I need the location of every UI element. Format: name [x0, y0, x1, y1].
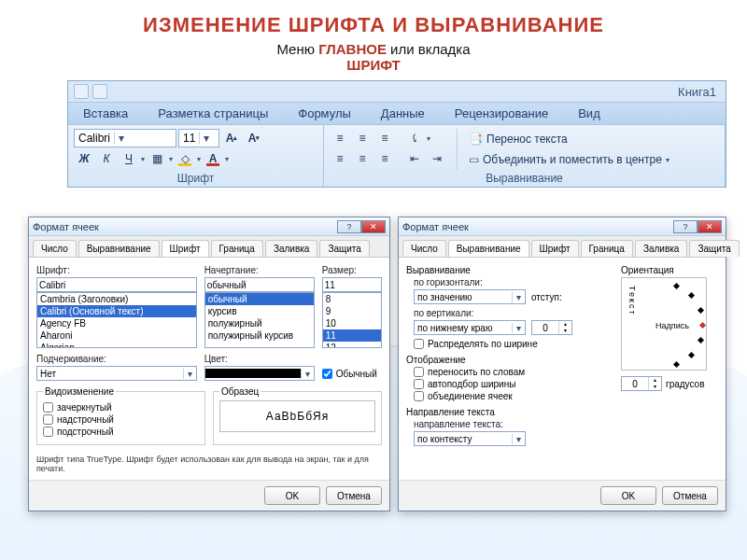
qat-dropdown[interactable] — [92, 84, 107, 99]
ribbon-tabs: Вставка Разметка страницы Формулы Данные… — [68, 102, 726, 125]
list-item[interactable]: 11 — [323, 329, 381, 342]
style-list[interactable]: обычный курсив полужирный полужирный кур… — [204, 292, 315, 348]
font-color-icon[interactable]: A — [203, 149, 223, 168]
group-font-caption: Шрифт — [74, 170, 317, 185]
list-item[interactable]: Cambria (Заголовки) — [37, 293, 196, 305]
wrap-text-button[interactable]: 📑Перенос текста — [463, 129, 675, 149]
help-icon[interactable]: ? — [673, 220, 698, 233]
shrink-fit-checkbox[interactable]: автоподбор ширины — [414, 379, 613, 389]
orientation-dial[interactable]: Текст Надпись — [621, 277, 707, 371]
underline-icon[interactable]: Ч — [119, 149, 139, 168]
indent-spin[interactable]: ▴▾ — [531, 320, 572, 335]
font-size-combo[interactable]: 11▾ — [178, 129, 219, 147]
tab-fill[interactable]: Заливка — [635, 240, 688, 257]
orientation-horizontal-text: Надпись — [655, 321, 689, 330]
horiz-combo[interactable]: по значению▾ — [414, 289, 526, 304]
decrease-indent-icon[interactable]: ⇤ — [404, 149, 425, 168]
tab-font[interactable]: Шрифт — [531, 240, 579, 257]
list-item[interactable]: полужирный — [205, 317, 314, 329]
vert-label: по вертикали: — [414, 308, 526, 318]
tab-border[interactable]: Граница — [581, 240, 633, 257]
align-top-icon[interactable]: ≡ — [330, 129, 350, 147]
list-item[interactable]: Agency FB — [37, 317, 196, 329]
cancel-button[interactable]: Отмена — [326, 486, 382, 505]
tab-alignment[interactable]: Выравнивание — [448, 240, 529, 257]
align-bottom-icon[interactable]: ≡ — [374, 129, 395, 147]
size-list[interactable]: 8 9 10 11 12 14 — [322, 292, 382, 348]
strikethrough-checkbox[interactable]: зачеркнутый — [43, 402, 199, 413]
ok-button[interactable]: OK — [264, 486, 320, 505]
textdir-combo[interactable]: по контексту▾ — [414, 431, 526, 446]
font-list[interactable]: Cambria (Заголовки) Calibri (Основной те… — [36, 292, 197, 348]
normal-font-checkbox[interactable]: Обычный — [322, 369, 377, 379]
list-item[interactable]: полужирный курсив — [205, 329, 314, 342]
effects-legend: Видоизменение — [43, 386, 116, 397]
wrap-words-checkbox[interactable]: переносить по словам — [414, 367, 613, 377]
tab-fill[interactable]: Заливка — [265, 240, 318, 257]
list-item[interactable]: 9 — [323, 305, 381, 317]
degrees-label: градусов — [666, 379, 704, 389]
list-item[interactable]: Algerian — [37, 342, 196, 348]
tab-data[interactable]: Данные — [366, 103, 440, 124]
tab-view[interactable]: Вид — [563, 103, 615, 124]
orientation-icon[interactable]: ⤹ — [404, 129, 425, 147]
font-name-combo[interactable]: Calibri▾ — [74, 129, 176, 147]
qat-icon[interactable] — [74, 84, 89, 99]
truetype-note: Шрифт типа TrueType. Шрифт будет использ… — [36, 455, 382, 473]
ribbon: Книга1 Вставка Разметка страницы Формулы… — [67, 80, 726, 188]
bold-icon[interactable]: Ж — [74, 149, 94, 168]
shrink-font-icon[interactable]: A▾ — [244, 129, 264, 147]
group-align-caption: Выравнивание — [330, 170, 719, 185]
size-label: Размер: — [322, 265, 382, 275]
tab-review[interactable]: Рецензирование — [440, 103, 563, 124]
list-item[interactable]: курсив — [205, 305, 314, 317]
align-center-icon[interactable]: ≡ — [352, 149, 373, 168]
list-item[interactable]: 8 — [323, 293, 381, 305]
underline-combo[interactable]: Нет▾ — [36, 366, 197, 381]
close-icon[interactable]: ✕ — [698, 220, 722, 233]
fill-color-icon[interactable]: ◇ — [175, 149, 195, 168]
close-icon[interactable]: ✕ — [361, 220, 386, 233]
size-input[interactable] — [322, 277, 382, 292]
border-icon[interactable]: ▦ — [147, 149, 167, 168]
superscript-checkbox[interactable]: надстрочный — [43, 414, 199, 425]
slide-subtitle: Меню ГЛАВНОЕ или вкладка ШРИФТ — [0, 41, 747, 73]
font-input[interactable] — [36, 277, 197, 292]
sample-preview: АаВbБбЯя — [219, 400, 375, 432]
dialog-tabs: Число Выравнивание Шрифт Граница Заливка… — [29, 236, 389, 258]
ok-button[interactable]: OK — [600, 486, 656, 505]
increase-indent-icon[interactable]: ⇥ — [427, 149, 447, 168]
color-combo[interactable]: ▾ — [204, 366, 315, 381]
list-item[interactable]: Aharoni — [37, 329, 196, 342]
vert-combo[interactable]: по нижнему краю▾ — [414, 320, 526, 335]
list-item[interactable]: обычный — [205, 293, 314, 305]
help-icon[interactable]: ? — [337, 220, 361, 233]
style-input[interactable] — [204, 277, 315, 292]
degrees-spin[interactable]: ▴▾ — [621, 376, 662, 391]
merge-cells-checkbox[interactable]: объединение ячеек — [414, 391, 613, 401]
tab-formulas[interactable]: Формулы — [283, 103, 366, 124]
italic-icon[interactable]: К — [96, 149, 117, 168]
tab-pagelayout[interactable]: Разметка страницы — [143, 103, 283, 124]
align-left-icon[interactable]: ≡ — [330, 149, 350, 168]
justify-distribute-checkbox[interactable]: Распределять по ширине — [414, 339, 613, 349]
tab-alignment[interactable]: Выравнивание — [78, 240, 160, 257]
tab-number[interactable]: Число — [33, 240, 77, 257]
subscript-checkbox[interactable]: подстрочный — [43, 427, 199, 437]
list-item[interactable]: 12 — [323, 342, 381, 348]
tab-border[interactable]: Граница — [211, 240, 263, 257]
list-item[interactable]: 10 — [323, 317, 381, 329]
cancel-button[interactable]: Отмена — [662, 486, 718, 505]
tab-number[interactable]: Число — [402, 240, 446, 257]
grow-font-icon[interactable]: A▴ — [221, 129, 242, 147]
tab-font[interactable]: Шрифт — [162, 240, 209, 257]
tab-protection[interactable]: Защита — [319, 240, 369, 257]
align-middle-icon[interactable]: ≡ — [352, 129, 373, 147]
display-group-label: Отображение — [406, 355, 613, 365]
indent-label: отступ: — [531, 292, 562, 302]
merge-center-button[interactable]: ▭Объединить и поместить в центре ▾ — [463, 149, 675, 170]
align-right-icon[interactable]: ≡ — [374, 149, 395, 168]
list-item[interactable]: Calibri (Основной текст) — [37, 305, 196, 317]
tab-insert[interactable]: Вставка — [68, 103, 143, 124]
tab-protection[interactable]: Защита — [689, 240, 739, 257]
